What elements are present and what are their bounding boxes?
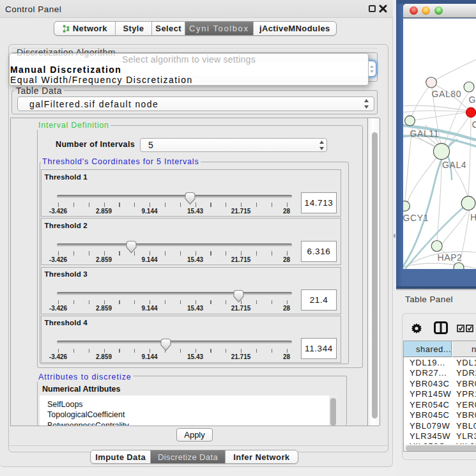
svg-text:GAL11: GAL11 xyxy=(410,128,440,139)
svg-text:HAP2: HAP2 xyxy=(438,252,463,263)
svg-text:GCY1: GCY1 xyxy=(403,213,429,223)
svg-text:GAL4: GAL4 xyxy=(442,160,466,170)
svg-text:H: H xyxy=(470,212,476,222)
svg-text:G.: G. xyxy=(469,95,476,105)
svg-text:GAL80: GAL80 xyxy=(432,89,462,99)
svg-text:C: C xyxy=(472,119,476,130)
